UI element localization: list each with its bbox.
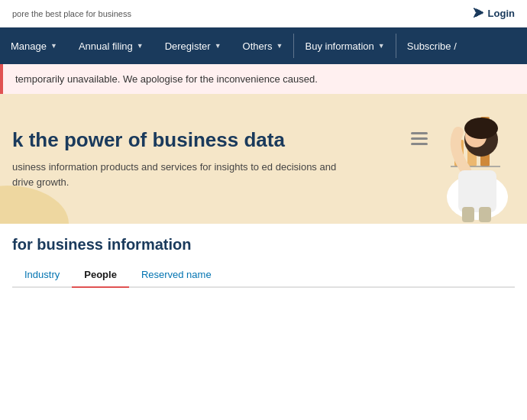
nav-label-annual-filing: Annual filing (79, 40, 133, 52)
nav-item-annual-filing[interactable]: Annual filing ▼ (68, 27, 154, 64)
nav-label-deregister: Deregister (165, 40, 211, 52)
person-illustration (405, 94, 527, 224)
nav-item-others[interactable]: Others ▼ (232, 27, 294, 64)
tab-people[interactable]: People (72, 263, 129, 288)
svg-rect-11 (479, 207, 491, 222)
chevron-down-icon: ▼ (137, 42, 144, 50)
tagline: pore the best place for business (12, 9, 131, 18)
chevron-down-icon: ▼ (50, 42, 57, 50)
nav-item-deregister[interactable]: Deregister ▼ (154, 27, 232, 64)
nav-item-subscribe[interactable]: Subscribe / (396, 27, 467, 64)
browse-tabs: Industry People Reserved name (12, 263, 515, 288)
hero-section: k the power of business data usiness inf… (0, 94, 527, 224)
hero-title: k the power of business data (12, 128, 351, 152)
nav-label-manage: Manage (11, 40, 47, 52)
alert-text: temporarily unavailable. We apologise fo… (15, 73, 318, 85)
hero-subtitle: usiness information products and service… (12, 160, 351, 189)
login-button[interactable]: ⮞ Login (473, 7, 515, 20)
login-label: Login (488, 8, 515, 19)
svg-rect-9 (458, 170, 496, 212)
chevron-down-icon: ▼ (378, 42, 385, 50)
chevron-down-icon: ▼ (215, 42, 221, 50)
browse-section: for business information Industry People… (0, 224, 527, 288)
tab-reserved-name[interactable]: Reserved name (129, 263, 224, 288)
nav-label-others: Others (243, 40, 273, 52)
chevron-down-icon: ▼ (276, 42, 283, 50)
nav-label-subscribe: Subscribe / (407, 40, 457, 52)
login-icon: ⮞ (473, 7, 484, 20)
main-nav: Manage ▼ Annual filing ▼ Deregister ▼ Ot… (0, 27, 527, 64)
hero-content: k the power of business data usiness inf… (0, 113, 367, 205)
nav-label-buy-information: Buy information (305, 40, 373, 52)
svg-point-8 (464, 118, 498, 139)
alert-banner: temporarily unavailable. We apologise fo… (0, 64, 527, 94)
svg-rect-10 (462, 207, 474, 222)
top-bar: pore the best place for business ⮞ Login (0, 0, 527, 27)
nav-item-manage[interactable]: Manage ▼ (0, 27, 68, 64)
browse-title: for business information (12, 236, 515, 254)
nav-item-buy-information[interactable]: Buy information ▼ (294, 27, 395, 64)
tab-industry[interactable]: Industry (12, 263, 72, 288)
